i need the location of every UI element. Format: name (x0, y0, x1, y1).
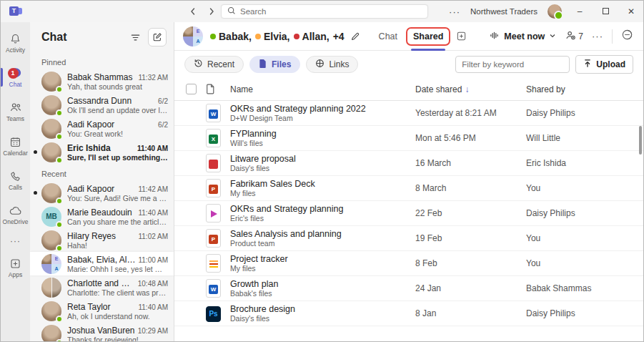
file-type-icon: Ps (206, 229, 221, 248)
file-shared-by: Daisy Philips (526, 108, 643, 118)
chat-list-item[interactable]: Cassandra Dunn6/2 Ok I'll send an update… (30, 93, 174, 117)
file-row[interactable]: Ps Growth plan Babak's files 24 Jan Baba… (174, 276, 643, 301)
maximize-button[interactable] (598, 6, 613, 16)
rail-item-calendar[interactable]: Calendar (1, 130, 30, 162)
presence-dot-icon (255, 34, 261, 39)
panel-title: Chat (41, 31, 123, 44)
recent-section-label: Recent (30, 164, 174, 181)
copilot-icon[interactable] (621, 29, 633, 44)
rail-item-onedrive[interactable]: OneDrive (1, 198, 30, 231)
file-name[interactable]: Sales Analysis and planning (230, 229, 415, 239)
rename-chat-icon[interactable] (350, 31, 360, 41)
rail-item-teams[interactable]: Teams (1, 95, 30, 128)
tab-shared[interactable]: Shared (406, 27, 450, 46)
chat-list-item[interactable]: Aadi Kapoor6/2 You: Great work! (30, 117, 174, 140)
chat-list-item[interactable]: Eric Ishida11:40 AM Sure, I'll set up so… (30, 140, 174, 164)
titlebar-more-icon[interactable]: ··· (449, 6, 460, 17)
avatar (41, 72, 61, 92)
file-date-shared: 8 Feb (415, 258, 526, 268)
chat-preview: Marie: Ohhh I see, yes let me fix that! (67, 265, 168, 273)
document-column-icon (206, 84, 230, 94)
filter-by-keyword-input[interactable] (455, 56, 570, 73)
rail-item-calls[interactable]: Calls (1, 164, 30, 197)
file-name[interactable]: Growth plan (230, 279, 415, 289)
global-search[interactable] (221, 4, 428, 19)
participant-overflow: +4 (333, 31, 345, 42)
rail-item-chat[interactable]: 1 Chat (1, 61, 30, 94)
file-row[interactable]: Ps Brochure design Daisy's files 8 Jan D… (174, 301, 643, 326)
minimize-button[interactable]: – (572, 6, 588, 16)
file-name[interactable]: Project tracker (230, 254, 415, 264)
file-row[interactable]: Ps Project tracker My files 8 Feb You (174, 251, 643, 276)
chat-list-item[interactable]: Hilary Reyes11:02 AM Haha! (30, 228, 174, 252)
meet-now-button[interactable]: Meet now (489, 31, 556, 42)
chat-bubble-icon: 1 (9, 67, 22, 79)
column-shared-by[interactable]: Shared by (526, 84, 643, 94)
column-date-shared[interactable]: Date shared↓ (415, 84, 526, 94)
file-name[interactable]: Litware proposal (230, 154, 415, 164)
close-button[interactable]: ✕ (623, 6, 639, 16)
file-location: Daisy's files (230, 164, 415, 172)
file-name[interactable]: FYPlanning (230, 129, 415, 139)
filter-icon[interactable] (130, 32, 141, 43)
file-type-icon: Ps (206, 104, 221, 122)
tab-chat[interactable]: Chat (373, 29, 403, 44)
add-tab-icon[interactable] (456, 31, 467, 41)
rail-item-activity[interactable]: Activity (1, 26, 30, 59)
chat-more-icon[interactable]: ··· (592, 31, 603, 41)
file-row[interactable]: Ps FYPlanning Will's files Mon at 5:46 P… (174, 126, 643, 151)
file-date-shared: 16 March (415, 158, 526, 168)
group-chat-avatar[interactable]: EA (183, 26, 203, 47)
pill-links[interactable]: Links (306, 56, 358, 73)
file-row[interactable]: Ps OKRs and Strategy planning 2022 D+W D… (174, 101, 643, 126)
chat-list-item[interactable]: MB Marie Beaudouin11:40 AM Can you share… (30, 205, 174, 228)
chat-preview: Yah, that sounds great (67, 82, 168, 91)
chat-timestamp: 11:42 AM (138, 185, 168, 193)
file-row[interactable]: Ps Sales Analysis and planning Product t… (174, 226, 643, 251)
pinned-section-label: Pinned (30, 52, 174, 69)
unread-indicator (34, 191, 37, 195)
status-badge (56, 197, 63, 205)
chevron-down-icon[interactable] (549, 31, 556, 41)
chat-list-item[interactable]: Charlotte and Babak10:48 AM Charlotte: T… (30, 275, 174, 299)
forward-icon[interactable] (207, 7, 216, 16)
file-name[interactable]: Brochure design (230, 304, 415, 314)
status-badge (56, 109, 63, 117)
chat-list-item[interactable]: Joshua VanBuren10:29 AM Thanks for revie… (30, 323, 174, 341)
chat-preview: Sure, I'll set up something for next wee… (67, 153, 168, 162)
chat-list-item[interactable]: Babak Shammas11:32 AM Yah, that sounds g… (30, 69, 174, 93)
file-date-shared: 8 Jan (415, 308, 526, 318)
file-type-icon: Ps (206, 179, 221, 197)
chat-list-item[interactable]: EA Babak, Elvia, Allan, +411:00 AM Marie… (30, 252, 174, 275)
chat-tabs: Chat Shared (373, 27, 467, 46)
column-name[interactable]: Name (230, 84, 415, 94)
file-shared-by: You (526, 183, 643, 193)
new-chat-button[interactable] (148, 28, 167, 47)
org-name[interactable]: Northwest Traders (470, 7, 538, 16)
chat-timestamp: 11:40 AM (138, 303, 168, 311)
search-input[interactable] (240, 7, 422, 16)
people-add-icon (565, 30, 576, 42)
rail-item-apps[interactable]: Apps (1, 251, 30, 284)
file-row[interactable]: Ps Litware proposal Daisy's files 16 Mar… (174, 151, 643, 176)
user-avatar[interactable] (548, 4, 562, 19)
back-icon[interactable] (189, 7, 197, 16)
titlebar: T ··· Northwest Traders – ✕ (1, 1, 643, 22)
file-row[interactable]: Ps OKRs and Strategy planning Eric's fil… (174, 201, 643, 226)
chat-preview: Ok I'll send an update over later (67, 106, 168, 114)
upload-button[interactable]: Upload (575, 55, 633, 74)
select-all-checkbox[interactable] (186, 84, 197, 94)
chat-list-item[interactable]: Aadi Kapoor11:42 AM You: Sure, Aadi! Giv… (30, 181, 174, 205)
pill-recent[interactable]: Recent (184, 56, 244, 73)
file-name[interactable]: OKRs and Strategy planning (230, 204, 415, 214)
file-location: Will's files (230, 139, 415, 147)
participants-button[interactable]: 7 (565, 30, 583, 42)
file-row[interactable]: Ps Fabrikam Sales Deck My files 8 March … (174, 176, 643, 201)
chat-list-scroll[interactable]: Pinned (30, 52, 174, 341)
pill-files[interactable]: Files (249, 56, 300, 73)
chat-list-item[interactable]: Reta Taylor11:40 AM Ah, ok I understand … (30, 299, 174, 323)
scrollbar-thumb[interactable] (639, 126, 642, 155)
file-name[interactable]: Fabrikam Sales Deck (230, 179, 415, 189)
rail-more-icon[interactable]: ··· (1, 233, 30, 250)
file-name[interactable]: OKRs and Strategy planning 2022 (230, 104, 415, 114)
